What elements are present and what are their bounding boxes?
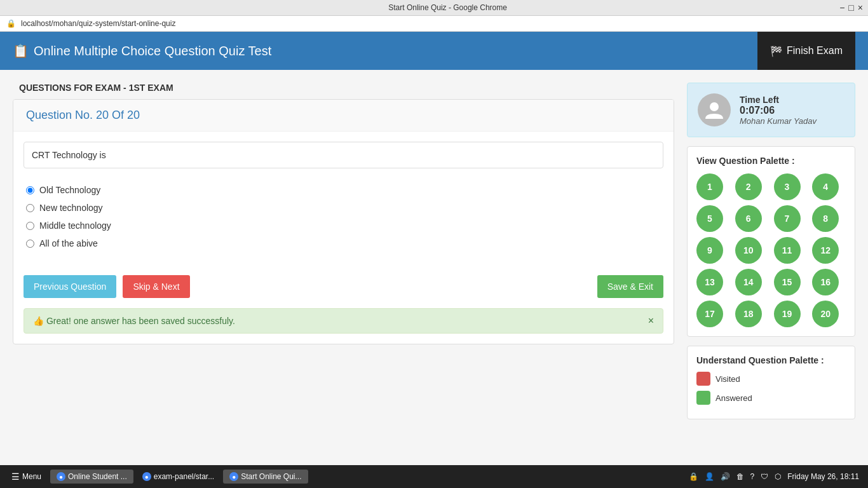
option-3: Middle technology	[26, 220, 661, 231]
svg-point-0	[710, 102, 719, 111]
minimize-button[interactable]: −	[839, 3, 844, 13]
option-1-label[interactable]: Old Technology	[39, 185, 100, 195]
palette-button-18[interactable]: 18	[735, 301, 762, 327]
user-avatar	[698, 93, 731, 126]
timer-info: Time Left 0:07:06 Mohan Kumar Yadav	[740, 95, 817, 126]
success-message: 👍 Great! one answer has been saved succe…	[33, 316, 235, 326]
maximize-button[interactable]: □	[848, 3, 853, 13]
palette-button-4[interactable]: 4	[812, 173, 839, 200]
exam-header: QUESTIONS FOR EXAM - 1ST EXAM	[13, 83, 674, 93]
palette-button-2[interactable]: 2	[735, 173, 762, 200]
palette-button-17[interactable]: 17	[696, 301, 723, 327]
save-exit-button[interactable]: Save & Exit	[597, 275, 663, 298]
palette-button-20[interactable]: 20	[812, 301, 839, 327]
time-value: 0:07:06	[740, 105, 817, 116]
time-left-label: Time Left	[740, 95, 817, 105]
options-container: Old Technology New technology Middle tec…	[13, 179, 674, 269]
visited-dot	[696, 372, 710, 386]
user-name: Mohan Kumar Yadav	[740, 116, 817, 126]
option-3-radio[interactable]	[26, 222, 34, 230]
palette-button-12[interactable]: 12	[812, 237, 839, 264]
option-2: New technology	[26, 203, 661, 213]
option-2-radio[interactable]	[26, 204, 34, 212]
palette-button-8[interactable]: 8	[812, 205, 839, 232]
option-4-label[interactable]: All of the abive	[39, 238, 98, 248]
palette-button-9[interactable]: 9	[696, 237, 723, 264]
url-text[interactable]: localhost/mohan/quiz-system/start-online…	[21, 19, 175, 28]
visited-label: Visited	[715, 374, 740, 384]
alert-close-button[interactable]: ×	[648, 315, 654, 327]
exam-name: 1ST EXAM	[129, 83, 173, 93]
question-number: Question No. 20 Of 20	[13, 100, 674, 132]
option-4: All of the abive	[26, 238, 661, 248]
palette-title: View Question Palette :	[696, 156, 846, 166]
legend-title: Understand Question Palette :	[696, 355, 846, 365]
legend-card: Understand Question Palette : Visited An…	[687, 346, 855, 419]
option-3-label[interactable]: Middle technology	[39, 220, 111, 231]
answered-dot	[696, 391, 710, 405]
exam-header-label: QUESTIONS FOR EXAM -	[19, 83, 129, 93]
clipboard-icon: 📋	[13, 43, 29, 58]
legend-answered: Answered	[696, 391, 846, 405]
palette-button-15[interactable]: 15	[774, 269, 801, 295]
close-button[interactable]: ×	[858, 3, 863, 13]
palette-grid: 1234567891011121314151617181920	[696, 173, 846, 327]
palette-button-3[interactable]: 3	[774, 173, 801, 200]
flag-icon: 🏁	[770, 45, 783, 57]
palette-button-7[interactable]: 7	[774, 205, 801, 232]
right-panel: Time Left 0:07:06 Mohan Kumar Yadav View…	[687, 83, 855, 419]
palette-button-11[interactable]: 11	[774, 237, 801, 264]
left-panel: QUESTIONS FOR EXAM - 1ST EXAM Question N…	[13, 83, 674, 419]
app-header: 📋 Online Multiple Choice Question Quiz T…	[0, 32, 868, 70]
option-1-radio[interactable]	[26, 186, 34, 194]
palette-button-19[interactable]: 19	[774, 301, 801, 327]
finish-exam-button[interactable]: 🏁 Finish Exam	[757, 32, 855, 70]
palette-button-16[interactable]: 16	[812, 269, 839, 295]
palette-button-14[interactable]: 14	[735, 269, 762, 295]
option-1: Old Technology	[26, 185, 661, 195]
legend-visited: Visited	[696, 372, 846, 386]
main-content: QUESTIONS FOR EXAM - 1ST EXAM Question N…	[0, 70, 868, 432]
question-text: CRT Technology is	[24, 142, 663, 168]
timer-card: Time Left 0:07:06 Mohan Kumar Yadav	[687, 83, 855, 137]
success-alert: 👍 Great! one answer has been saved succe…	[24, 308, 663, 334]
palette-button-1[interactable]: 1	[696, 173, 723, 200]
palette-button-6[interactable]: 6	[735, 205, 762, 232]
answered-label: Answered	[715, 393, 752, 403]
palette-button-13[interactable]: 13	[696, 269, 723, 295]
previous-question-button[interactable]: Previous Question	[24, 275, 116, 298]
app-title: 📋 Online Multiple Choice Question Quiz T…	[13, 43, 271, 58]
secure-icon: 🔒	[6, 19, 16, 28]
question-card: Question No. 20 Of 20 CRT Technology is …	[13, 99, 674, 344]
finish-exam-label: Finish Exam	[787, 45, 843, 57]
browser-title: Start Online Quiz - Google Chrome	[56, 3, 839, 12]
option-4-radio[interactable]	[26, 240, 34, 248]
address-bar: 🔒 localhost/mohan/quiz-system/start-onli…	[0, 16, 868, 32]
buttons-row: Previous Question Skip & Next Save & Exi…	[13, 269, 674, 308]
palette-card: View Question Palette : 1234567891011121…	[687, 146, 855, 337]
option-2-label[interactable]: New technology	[39, 203, 103, 213]
palette-button-5[interactable]: 5	[696, 205, 723, 232]
palette-button-10[interactable]: 10	[735, 237, 762, 264]
browser-titlebar: Start Online Quiz - Google Chrome − □ ×	[0, 0, 868, 16]
app-title-text: Online Multiple Choice Question Quiz Tes…	[34, 44, 271, 58]
skip-next-button[interactable]: Skip & Next	[123, 275, 189, 298]
browser-window-controls[interactable]: − □ ×	[839, 3, 863, 13]
